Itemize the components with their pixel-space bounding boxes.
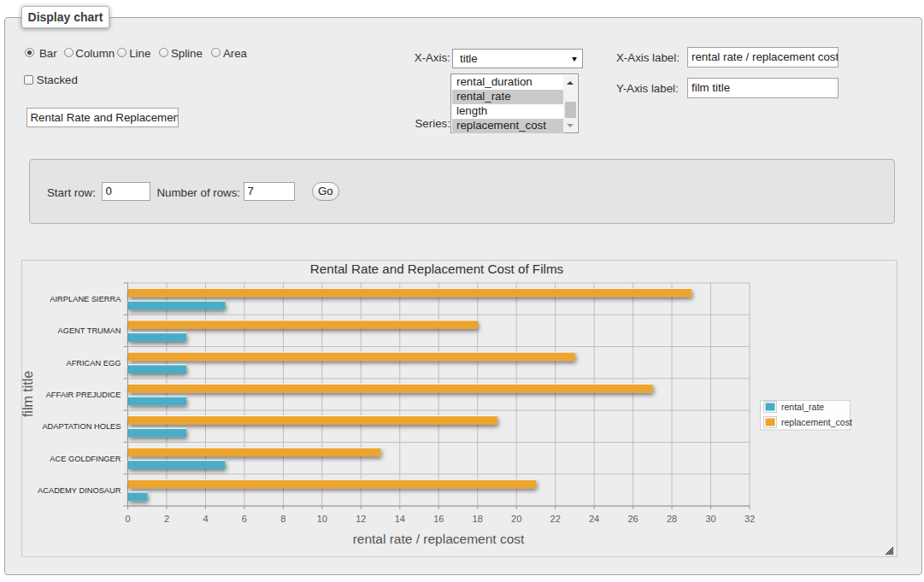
svg-text:30: 30: [705, 514, 715, 524]
svg-text:ACADEMY DINOSAUR: ACADEMY DINOSAUR: [38, 486, 121, 495]
svg-text:24: 24: [589, 514, 599, 524]
svg-text:film title: film title: [22, 371, 35, 417]
svg-text:replacement_cost: replacement_cost: [781, 417, 852, 427]
svg-text:ADAPTATION HOLES: ADAPTATION HOLES: [42, 422, 121, 431]
svg-text:22: 22: [550, 514, 561, 524]
svg-text:rental rate / replacement cost: rental rate / replacement cost: [353, 532, 525, 546]
svg-text:AFFAIR PREJUDICE: AFFAIR PREJUDICE: [46, 391, 121, 399]
svg-text:26: 26: [627, 514, 638, 524]
svg-text:AFRICAN EGG: AFRICAN EGG: [66, 359, 121, 367]
svg-text:0: 0: [125, 514, 130, 524]
svg-text:20: 20: [511, 514, 521, 524]
svg-text:4: 4: [203, 514, 208, 524]
svg-text:10: 10: [317, 514, 327, 524]
svg-text:18: 18: [473, 514, 483, 524]
svg-text:2: 2: [164, 514, 169, 524]
svg-text:Rental Rate and Replacement Co: Rental Rate and Replacement Cost of Film…: [310, 262, 564, 276]
svg-text:AGENT TRUMAN: AGENT TRUMAN: [57, 326, 121, 335]
svg-text:16: 16: [433, 514, 444, 524]
svg-text:14: 14: [395, 514, 405, 524]
svg-text:ACE GOLDFINGER: ACE GOLDFINGER: [50, 455, 121, 463]
svg-text:6: 6: [242, 514, 247, 524]
svg-text:AIRPLANE SIERRA: AIRPLANE SIERRA: [50, 295, 121, 303]
svg-text:12: 12: [356, 514, 366, 524]
svg-text:32: 32: [744, 514, 755, 524]
svg-text:8: 8: [280, 514, 285, 524]
svg-text:28: 28: [667, 514, 677, 524]
svg-text:rental_rate: rental_rate: [781, 402, 824, 412]
